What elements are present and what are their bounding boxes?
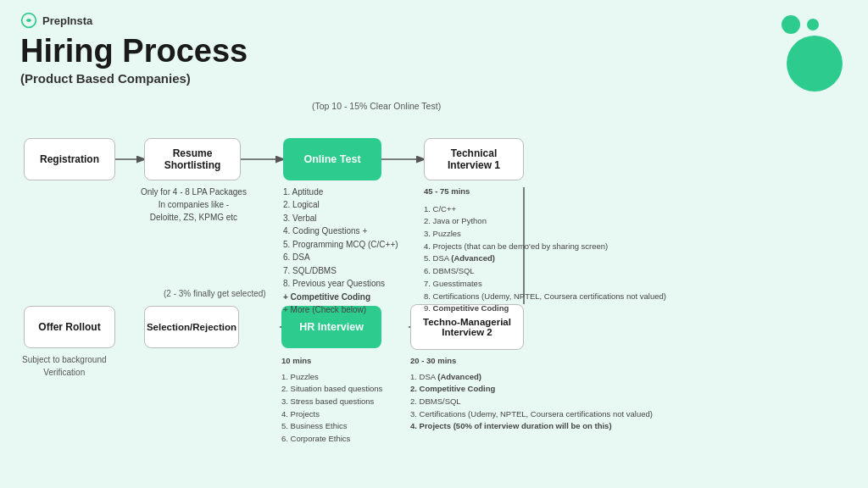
tech1-annotation: 45 - 75 mins 1. C/C++ 2. Java or Python …	[424, 186, 666, 315]
page-subtitle: (Product Based Companies)	[20, 71, 848, 86]
offer-node: Offer Rollout	[24, 306, 115, 348]
logo-icon	[20, 12, 37, 29]
offer-annotation: Subject to background Verification	[22, 353, 107, 379]
selection-node: Selection/Rejection	[144, 306, 239, 348]
deco-circle-tiny	[807, 19, 819, 30]
resume-annotation: Only for 4 - 8 LPA Packages In companies…	[141, 186, 247, 224]
online-test-annotation: 1. Aptitude 2. Logical 3. Verbal 4. Codi…	[283, 186, 398, 317]
registration-node: Registration	[24, 138, 115, 180]
page-title: Hiring Process	[20, 34, 848, 69]
logo: PrepInsta	[20, 12, 848, 29]
online-test-node: Online Test	[283, 138, 381, 180]
selection-annotation: (2 - 3% finally get selected)	[164, 287, 266, 300]
hr-annotation: 10 mins 1. Puzzles 2. Situation based qu…	[281, 355, 382, 446]
tech2-annotation: 20 - 30 mins 1. DSA (Advanced) 2. Compet…	[410, 355, 653, 433]
resume-node: Resume Shortlisting	[144, 138, 241, 180]
logo-text: PrepInsta	[42, 14, 92, 27]
deco-circle-large	[787, 36, 843, 92]
top-note: (Top 10 - 15% Clear Online Test)	[312, 101, 441, 111]
header: PrepInsta Hiring Process (Product Based …	[0, 0, 868, 91]
deco-circle-small	[782, 15, 800, 34]
tech1-node: Technical Interview 1	[424, 138, 524, 180]
